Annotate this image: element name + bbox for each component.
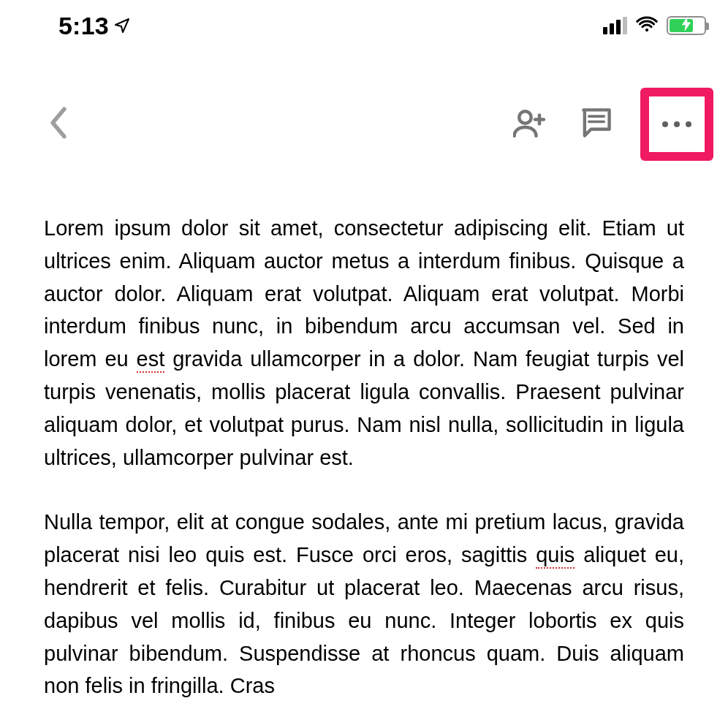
status-bar: 5:13 [0,0,728,51]
comment-icon [580,107,613,142]
chevron-left-icon [49,107,68,142]
more-horiz-icon [662,121,691,127]
spell-error: quis [536,543,575,569]
location-arrow-icon [113,12,131,40]
status-time-group: 5:13 [58,12,131,40]
battery-charging-icon [667,16,706,35]
more-button[interactable] [640,88,713,161]
svg-point-0 [519,111,531,124]
back-button[interactable] [37,102,80,146]
add-person-icon [513,108,548,140]
signal-icon [603,17,627,34]
wifi-icon [636,15,658,36]
comment-button[interactable] [575,102,618,146]
status-right [603,15,706,36]
nav-bar [0,80,728,168]
status-time: 5:13 [58,12,109,40]
spell-error: est [137,347,165,373]
paragraph-1: Lorem ipsum dolor sit amet, consectetur … [44,212,684,474]
add-person-button[interactable] [509,102,553,146]
document-body[interactable]: Lorem ipsum dolor sit amet, consectetur … [44,212,684,728]
nav-actions [509,88,713,161]
paragraph-2: Nulla tempor, elit at congue sodales, an… [44,506,684,702]
